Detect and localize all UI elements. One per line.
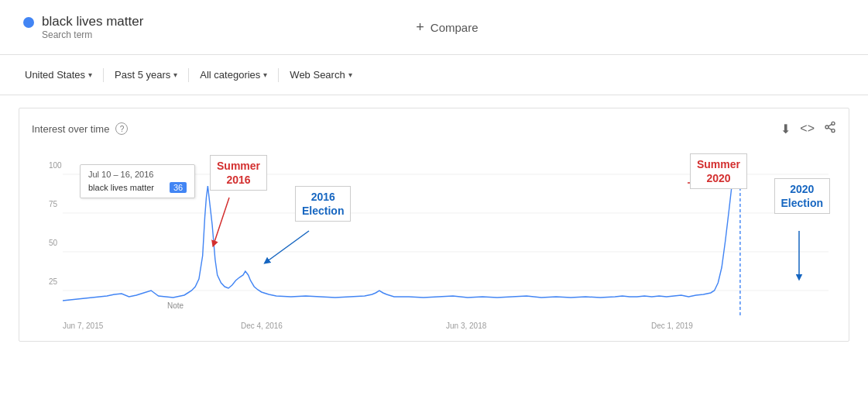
chart-header: Interest over time ? ⬇ <> <box>32 121 836 136</box>
summer-2020-annotation: Summer2020 <box>690 153 747 189</box>
election-2020-annotation: 2020Election <box>774 178 830 214</box>
tooltip-row: black lives matter 36 <box>88 182 187 193</box>
chart-title: Interest over time <box>32 123 109 135</box>
svg-point-1 <box>825 126 829 129</box>
election-2016-annotation: 2016Election <box>295 186 351 222</box>
summer-2016-arrow <box>206 198 252 260</box>
note-label: Note <box>167 301 184 310</box>
y-label-25: 25 <box>49 277 57 286</box>
chart-section: Interest over time ? ⬇ <> 100 75 50 25 <box>19 108 849 342</box>
chart-wrapper: 100 75 50 25 Jul 10 – 16, 2016 black liv… <box>32 147 836 333</box>
filter-separator-1 <box>103 68 104 82</box>
election-2020-label: 2020Election <box>781 182 823 210</box>
term-type: Search term <box>42 29 143 40</box>
compare-label: Compare <box>431 21 479 34</box>
election-2016-label: 2016Election <box>302 190 344 218</box>
share-icon[interactable] <box>824 121 836 136</box>
chart-actions: ⬇ <> <box>781 121 836 136</box>
y-label-100: 100 <box>49 161 62 170</box>
search-type-chevron-icon: ▾ <box>348 71 352 79</box>
term-info: black lives matter Search term <box>42 14 143 40</box>
summer-2020-label: Summer2020 <box>697 157 740 185</box>
categories-label: All categories <box>200 69 260 81</box>
header: black lives matter Search term + Compare <box>0 0 868 55</box>
region-filter[interactable]: United States ▾ <box>23 66 94 84</box>
election-2020-arrow <box>784 231 815 293</box>
download-icon[interactable]: ⬇ <box>781 122 791 136</box>
filter-separator-3 <box>278 68 279 82</box>
code-icon[interactable]: <> <box>800 122 815 136</box>
plus-icon: + <box>416 19 424 36</box>
chart-tooltip: Jul 10 – 16, 2016 black lives matter 36 <box>80 164 195 198</box>
election-2016-arrow <box>309 231 355 277</box>
compare-button[interactable]: + Compare <box>407 15 487 40</box>
tooltip-term: black lives matter <box>88 183 154 192</box>
search-term-block: black lives matter Search term <box>23 14 143 40</box>
summer-2016-label: Summer2016 <box>217 159 260 187</box>
filter-separator-2 <box>188 68 189 82</box>
svg-point-2 <box>832 129 835 132</box>
x-label-3: Jun 3, 2018 <box>446 322 486 330</box>
filters-bar: United States ▾ Past 5 years ▾ All categ… <box>0 55 868 95</box>
svg-line-3 <box>829 128 832 130</box>
chart-title-row: Interest over time ? <box>32 122 128 135</box>
x-label-2: Dec 4, 2016 <box>241 322 283 330</box>
svg-point-0 <box>832 122 835 125</box>
svg-line-4 <box>829 124 832 126</box>
categories-filter[interactable]: All categories ▾ <box>198 66 269 84</box>
term-color-dot <box>23 17 34 28</box>
help-icon[interactable]: ? <box>115 122 128 135</box>
search-type-filter[interactable]: Web Search ▾ <box>288 66 353 84</box>
time-label: Past 5 years <box>115 69 170 81</box>
y-label-50: 50 <box>49 239 57 247</box>
search-type-label: Web Search <box>290 69 345 81</box>
x-label-4: Dec 1, 2019 <box>651 322 693 330</box>
region-chevron-icon: ▾ <box>88 71 92 79</box>
time-filter[interactable]: Past 5 years ▾ <box>113 66 179 84</box>
y-label-75: 75 <box>49 200 57 208</box>
summer-2016-annotation: Summer2016 <box>210 155 267 191</box>
tooltip-value: 36 <box>170 182 187 193</box>
x-label-1: Jun 7, 2015 <box>63 322 103 330</box>
term-name: black lives matter <box>42 14 143 29</box>
svg-line-11 <box>214 198 229 244</box>
time-chevron-icon: ▾ <box>173 71 177 79</box>
categories-chevron-icon: ▾ <box>263 71 267 79</box>
region-label: United States <box>25 69 85 81</box>
tooltip-date: Jul 10 – 16, 2016 <box>88 170 187 179</box>
